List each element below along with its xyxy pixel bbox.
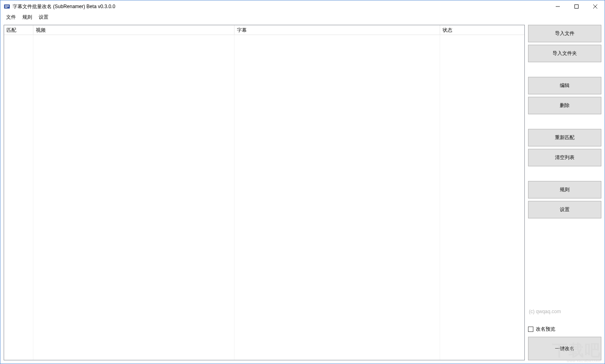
preview-label: 改名预览 (536, 326, 555, 333)
menu-file[interactable]: 文件 (3, 13, 19, 22)
list-header: 匹配 视频 字幕 状态 (4, 25, 524, 35)
app-icon (4, 3, 10, 10)
list-panel: 匹配 视频 字幕 状态 (4, 25, 525, 360)
list-col-subtitle (235, 35, 440, 360)
maximize-button[interactable] (567, 0, 586, 13)
clear-list-button[interactable]: 清空列表 (528, 149, 601, 166)
menu-rule[interactable]: 规则 (19, 13, 35, 22)
preview-checkbox[interactable] (528, 327, 533, 332)
group-edit: 编辑 删除 (528, 77, 601, 117)
column-header-video[interactable]: 视频 (33, 25, 235, 35)
one-click-rename-button[interactable]: 一键改名 (528, 337, 601, 360)
window-controls (548, 0, 605, 13)
content-area: 匹配 视频 字幕 状态 导入文件 导入文件夹 编辑 删除 重 (0, 22, 605, 364)
svg-rect-2 (5, 6, 9, 7)
svg-rect-1 (5, 5, 9, 6)
list-col-status (440, 35, 524, 360)
list-body[interactable] (4, 35, 524, 360)
menubar: 文件 规则 设置 (0, 13, 605, 22)
column-header-subtitle[interactable]: 字幕 (235, 25, 440, 35)
group-config: 规则 设置 (528, 181, 601, 221)
import-file-button[interactable]: 导入文件 (528, 25, 601, 42)
close-button[interactable] (586, 0, 605, 13)
list-col-video (33, 35, 235, 360)
column-header-status[interactable]: 状态 (440, 25, 524, 35)
titlebar-left: 字幕文件批量改名 (SubRenamer) Beta v0.3.0.0 (4, 3, 115, 10)
app-window: 字幕文件批量改名 (SubRenamer) Beta v0.3.0.0 文件 规… (0, 0, 605, 364)
svg-rect-3 (5, 7, 7, 8)
preview-row: 改名预览 (528, 325, 601, 337)
rule-button[interactable]: 规则 (528, 181, 601, 198)
minimize-button[interactable] (548, 0, 567, 13)
import-folder-button[interactable]: 导入文件夹 (528, 45, 601, 62)
settings-button[interactable]: 设置 (528, 201, 601, 218)
list-col-match (4, 35, 33, 360)
group-import: 导入文件 导入文件夹 (528, 25, 601, 65)
svg-rect-5 (575, 5, 579, 9)
side-panel: 导入文件 导入文件夹 编辑 删除 重新匹配 清空列表 规则 设置 (c) qwq… (528, 25, 601, 360)
window-title: 字幕文件批量改名 (SubRenamer) Beta v0.3.0.0 (13, 3, 115, 10)
titlebar: 字幕文件批量改名 (SubRenamer) Beta v0.3.0.0 (0, 0, 605, 13)
rematch-button[interactable]: 重新匹配 (528, 129, 601, 146)
copyright-label: (c) qwqaq.com (528, 307, 601, 316)
group-list: 重新匹配 清空列表 (528, 129, 601, 169)
column-header-match[interactable]: 匹配 (4, 25, 33, 35)
edit-button[interactable]: 编辑 (528, 77, 601, 94)
delete-button[interactable]: 删除 (528, 97, 601, 114)
menu-settings[interactable]: 设置 (35, 13, 52, 22)
spacer (528, 233, 601, 307)
